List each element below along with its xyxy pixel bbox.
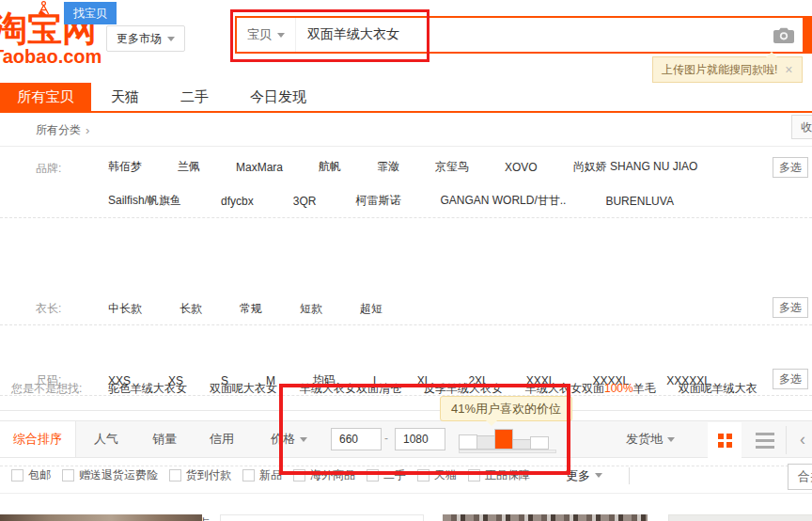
- search-button-sliver[interactable]: [804, 16, 812, 54]
- price-histogram-slider[interactable]: [459, 427, 556, 450]
- chevron-down-icon: [167, 37, 175, 41]
- close-icon[interactable]: ×: [785, 63, 792, 76]
- suggest-link[interactable]: 羊绒大衣女双面清仓: [300, 381, 401, 397]
- brand-link[interactable]: XOVO: [505, 161, 538, 174]
- merge-same-items-button[interactable]: 合并: [788, 464, 812, 490]
- filter-row-length: 衣长: 中长款长款常规短款超短 多选: [0, 290, 812, 325]
- sort-popularity[interactable]: 人气: [94, 421, 118, 457]
- product-thumbnail[interactable]: [220, 514, 424, 521]
- multi-select-button[interactable]: 多选: [773, 297, 808, 318]
- filter-checkbox[interactable]: 二手: [367, 467, 406, 483]
- person-icon: [36, 1, 52, 19]
- brand-link[interactable]: BURENLUVA: [605, 195, 673, 208]
- sort-sales[interactable]: 销量: [152, 421, 177, 457]
- brand-link[interactable]: 霏潋: [377, 159, 399, 175]
- checkbox-icon[interactable]: [367, 469, 379, 482]
- filter-checkbox[interactable]: 包邮: [11, 467, 51, 483]
- checkbox-label: 包邮: [28, 467, 51, 483]
- brand-link[interactable]: 京玺鸟: [435, 159, 469, 175]
- sort-bar: 综合排序 人气 销量 信用 价格 - 发货地 ‹: [0, 420, 812, 458]
- sort-price[interactable]: 价格: [271, 421, 307, 457]
- breadcrumb-label: 所有分类: [36, 122, 81, 138]
- filter-checkbox[interactable]: 新品: [242, 467, 282, 483]
- brand-link[interactable]: 韩佰梦: [108, 159, 142, 175]
- sort-comprehensive[interactable]: 综合排序: [0, 421, 76, 457]
- chevron-right-icon: ›: [86, 123, 89, 137]
- checkbox-icon[interactable]: [62, 469, 74, 482]
- list-view-icon: [756, 433, 774, 435]
- product-thumbnail[interactable]: [668, 514, 812, 521]
- price-histogram-baseline: [459, 450, 556, 453]
- sort-price-label: 价格: [271, 431, 295, 448]
- more-filters-dropdown[interactable]: 更多: [566, 467, 602, 484]
- camera-icon: [773, 27, 794, 43]
- length-link[interactable]: 长款: [180, 301, 202, 317]
- checkbox-label: 正品保障: [485, 467, 530, 483]
- filter-label-brand: 品牌:: [36, 161, 61, 177]
- tab-all-items[interactable]: 所有宝贝: [0, 83, 91, 111]
- upload-image-tooltip-text: 上传图片就能搜同款啦!: [662, 62, 777, 78]
- brand-link[interactable]: 兰佩: [178, 159, 200, 175]
- search-input[interactable]: [296, 18, 765, 52]
- brand-link[interactable]: 柯雷斯诺: [355, 193, 400, 209]
- price-range-tooltip-text: 41%用户喜欢的价位: [451, 401, 561, 418]
- find-item-tag[interactable]: 找宝贝: [64, 2, 117, 24]
- divider: [786, 426, 787, 454]
- suggest-link[interactable]: 反季羊绒大衣女: [424, 381, 503, 397]
- length-link[interactable]: 中长款: [108, 301, 142, 317]
- checkbox-icon[interactable]: [293, 469, 305, 482]
- chevron-down-icon: [300, 437, 307, 442]
- chevron-down-icon: [667, 437, 675, 442]
- multi-select-button[interactable]: 多选: [773, 157, 808, 178]
- filter-checkbox[interactable]: 天猫: [417, 467, 457, 483]
- length-link[interactable]: 超短: [360, 301, 383, 317]
- view-list-toggle[interactable]: [745, 422, 785, 458]
- logo-en-text: Taobao.com: [0, 47, 102, 66]
- image-search-camera-button[interactable]: [765, 18, 803, 52]
- suggest-link[interactable]: 双面呢羊绒大衣: [679, 381, 757, 397]
- view-grid-toggle[interactable]: [708, 422, 742, 458]
- filter-checkbox[interactable]: 赠送退货运费险: [62, 467, 158, 483]
- length-link[interactable]: 常规: [240, 301, 262, 317]
- tab-tmall[interactable]: 天猫: [111, 88, 139, 106]
- checkbox-icon[interactable]: [169, 469, 181, 482]
- service-checkbox-list: 包邮 赠送退货运费险 货到付款 新品 海外商品 二手 天猫 正品: [11, 467, 530, 483]
- brand-link[interactable]: MaxMara: [236, 161, 283, 174]
- collapse-filter-button[interactable]: 收: [791, 115, 812, 139]
- length-link[interactable]: 短款: [300, 301, 322, 317]
- sort-credit[interactable]: 信用: [210, 421, 234, 457]
- filter-checkbox[interactable]: 海外商品: [293, 467, 355, 483]
- product-thumbnail[interactable]: [443, 514, 648, 521]
- suggest-link[interactable]: 双面呢大衣女: [210, 381, 277, 397]
- tab-today-discover[interactable]: 今日发现: [250, 88, 306, 106]
- grid-view-icon: [718, 434, 732, 448]
- brand-link[interactable]: 航帆: [319, 159, 341, 175]
- suggest-link[interactable]: 驼色羊绒大衣女: [108, 381, 187, 397]
- price-min-input[interactable]: [331, 428, 382, 450]
- brand-link[interactable]: 尚奴娇 SHANG NU JIAO: [573, 159, 698, 175]
- tab-secondhand[interactable]: 二手: [180, 88, 209, 106]
- search-category-dropdown[interactable]: 宝贝: [237, 18, 296, 52]
- chevron-down-icon: [595, 473, 602, 478]
- brand-link[interactable]: 3QR: [293, 195, 317, 208]
- breadcrumb[interactable]: 所有分类 ›: [36, 122, 89, 138]
- filter-checkbox[interactable]: 正品保障: [468, 467, 530, 483]
- checkbox-icon[interactable]: [417, 469, 429, 482]
- product-thumbnail[interactable]: [0, 514, 202, 521]
- filter-checkbox[interactable]: 货到付款: [169, 467, 231, 483]
- chevron-down-icon: [277, 33, 285, 38]
- checkbox-label: 海外商品: [310, 467, 355, 483]
- chevron-left-icon[interactable]: ‹: [793, 421, 812, 457]
- brand-link[interactable]: GANGAN WORLD/甘甘..: [440, 193, 566, 209]
- more-markets-button[interactable]: 更多市场: [106, 25, 185, 52]
- nav-tabs: 天猫 二手 今日发现: [111, 83, 306, 111]
- checkbox-icon[interactable]: [242, 469, 255, 482]
- ship-from-dropdown[interactable]: 发货地: [626, 421, 675, 457]
- brand-link[interactable]: Sailfish/帆旗鱼: [108, 193, 181, 209]
- brand-link[interactable]: dfycbx: [221, 195, 254, 208]
- suggest-link[interactable]: 羊绒大衣女双面100%羊毛: [525, 381, 656, 397]
- price-max-input[interactable]: [395, 428, 445, 450]
- checkbox-icon[interactable]: [11, 469, 23, 482]
- price-range-dash: -: [384, 432, 388, 445]
- checkbox-icon[interactable]: [468, 469, 480, 482]
